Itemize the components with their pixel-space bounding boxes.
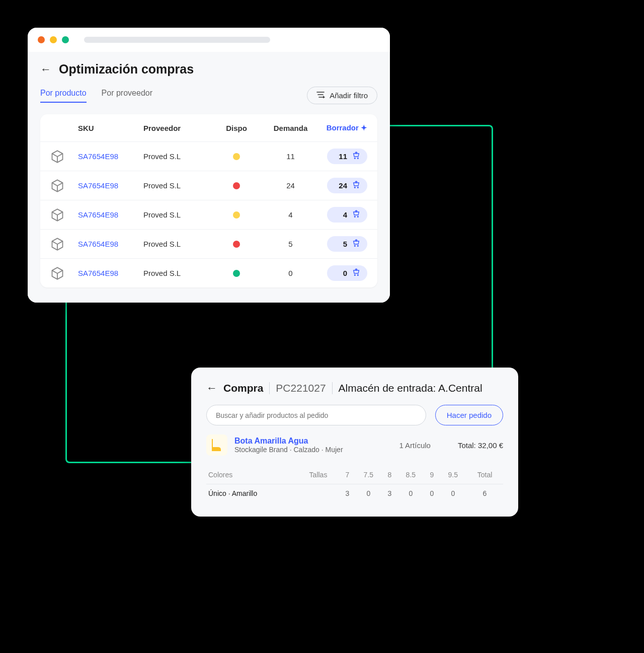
purchase-window: ← Compra PC221027 Almacén de entrada: A.… — [191, 368, 518, 517]
demand-cell: 0 — [262, 269, 319, 277]
header-sku: SKU — [78, 124, 143, 132]
size-header: 9.5 — [440, 466, 466, 484]
make-order-button[interactable]: Hacer pedido — [435, 405, 503, 425]
availability-dot — [233, 270, 240, 277]
product-name[interactable]: Bota Amarilla Agua — [234, 437, 392, 446]
svg-point-22 — [357, 274, 358, 275]
url-bar[interactable] — [84, 37, 270, 43]
draft-pill[interactable]: 24 — [327, 178, 367, 193]
size-header: Total — [466, 466, 503, 484]
provider-cell: Proved S.L — [143, 152, 211, 161]
size-header: 7.5 — [355, 466, 382, 484]
svg-point-9 — [354, 187, 355, 188]
header-proveedor: Proveedor — [143, 124, 211, 132]
product-total: Total: 32,00 € — [458, 441, 503, 450]
package-icon — [50, 150, 78, 164]
size-header: 9 — [424, 466, 440, 484]
compra-title: Compra — [223, 382, 263, 394]
svg-point-5 — [354, 158, 355, 159]
draft-value: 11 — [339, 152, 347, 161]
demand-cell: 4 — [262, 210, 319, 219]
sku-link[interactable]: SA7654E98 — [78, 152, 118, 161]
search-input[interactable] — [206, 405, 426, 425]
filter-label: Añadir filtro — [330, 91, 368, 100]
draft-value: 24 — [339, 181, 347, 190]
maximize-icon[interactable] — [62, 36, 69, 43]
availability-dot — [233, 182, 240, 189]
size-cell: 6 — [466, 484, 503, 503]
sku-link[interactable]: SA7654E98 — [78, 210, 118, 219]
tab-por-producto[interactable]: Por producto — [40, 89, 87, 103]
cart-icon — [352, 181, 360, 190]
titlebar — [28, 28, 390, 52]
svg-point-21 — [354, 274, 355, 275]
table-row: SA7654E98 Proved S.L 24 24 — [40, 171, 377, 200]
minimize-icon[interactable] — [50, 36, 57, 43]
size-cell: Único · Amarillo — [206, 484, 297, 503]
close-icon[interactable] — [38, 36, 45, 43]
size-header: 7 — [340, 466, 355, 484]
sizes-table: ColoresTallas77.588.599.5Total Único · A… — [206, 466, 503, 502]
package-icon — [50, 208, 78, 222]
size-header: Colores — [206, 466, 297, 484]
tab-por-proveedor[interactable]: Por proveedor — [102, 89, 152, 103]
availability-dot — [233, 241, 240, 248]
sparkle-icon: ✦ — [361, 123, 367, 132]
cart-icon — [352, 152, 360, 161]
product-meta: Stockagile Brand · Calzado · Mujer — [234, 446, 392, 454]
size-cell: 0 — [440, 484, 466, 503]
svg-point-6 — [357, 158, 358, 159]
package-icon — [50, 179, 78, 193]
table-row: SA7654E98 Proved S.L 4 4 — [40, 200, 377, 229]
size-cell: 0 — [424, 484, 440, 503]
optimization-window: ← Optimización compras Por producto Por … — [28, 28, 390, 303]
sku-link[interactable]: SA7654E98 — [78, 269, 118, 277]
header-dispo: Dispo — [211, 124, 262, 132]
svg-point-13 — [354, 216, 355, 217]
cart-icon — [352, 210, 360, 220]
cart-icon — [352, 268, 360, 278]
draft-pill[interactable]: 11 — [327, 149, 367, 164]
availability-dot — [233, 211, 240, 219]
draft-pill[interactable]: 4 — [327, 207, 367, 223]
provider-cell: Proved S.L — [143, 210, 211, 219]
header-borrador[interactable]: Borrador ✦ — [319, 123, 367, 132]
table-row: SA7654E98 Proved S.L 11 11 — [40, 141, 377, 171]
package-icon — [50, 237, 78, 251]
size-cell: 3 — [340, 484, 355, 503]
svg-point-14 — [357, 216, 358, 217]
size-cell — [297, 484, 340, 503]
table-row: SA7654E98 Proved S.L 0 0 — [40, 258, 377, 287]
sku-link[interactable]: SA7654E98 — [78, 181, 118, 190]
demand-cell: 5 — [262, 240, 319, 248]
sku-link[interactable]: SA7654E98 — [78, 240, 118, 248]
provider-cell: Proved S.L — [143, 269, 211, 277]
package-icon — [50, 266, 78, 280]
svg-point-17 — [354, 245, 355, 246]
provider-cell: Proved S.L — [143, 240, 211, 248]
add-filter-button[interactable]: Añadir filtro — [307, 87, 377, 104]
product-image — [206, 434, 227, 456]
size-header: 8.5 — [397, 466, 424, 484]
size-header: 8 — [382, 466, 397, 484]
article-count: 1 Artículo — [399, 441, 431, 450]
draft-pill[interactable]: 0 — [327, 265, 367, 281]
size-cell: 3 — [382, 484, 397, 503]
availability-dot — [233, 153, 240, 160]
provider-cell: Proved S.L — [143, 181, 211, 190]
svg-point-18 — [357, 245, 358, 246]
draft-value: 5 — [343, 240, 347, 248]
draft-value: 4 — [343, 210, 347, 219]
size-header: Tallas — [297, 466, 340, 484]
demand-cell: 11 — [262, 152, 319, 161]
draft-pill[interactable]: 5 — [327, 236, 367, 252]
back-arrow-icon[interactable]: ← — [206, 382, 217, 395]
products-table: SKU Proveedor Dispo Demanda Borrador ✦ S… — [40, 114, 377, 287]
demand-cell: 24 — [262, 181, 319, 190]
page-title: Optimización compras — [59, 62, 194, 77]
size-cell: 0 — [355, 484, 382, 503]
filter-icon — [316, 91, 326, 100]
back-arrow-icon[interactable]: ← — [40, 63, 51, 76]
tabs: Por producto Por proveedor — [40, 89, 152, 103]
svg-point-10 — [357, 187, 358, 188]
